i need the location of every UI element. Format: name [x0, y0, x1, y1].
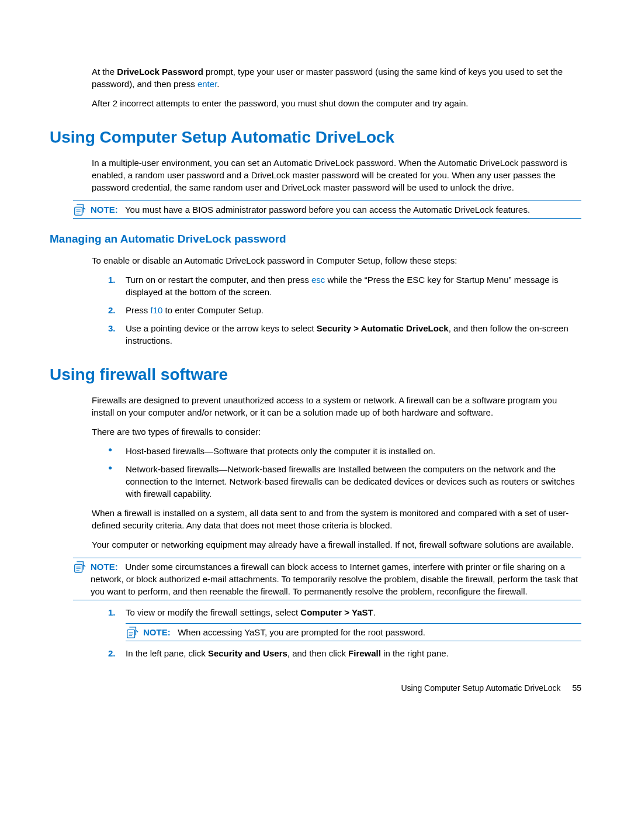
bullet-network-based: ● Network-based firewalls—Network-based … — [108, 463, 581, 500]
step-3: 3. Use a pointing device or the arrow ke… — [108, 322, 581, 347]
note-label: NOTE: — [91, 562, 118, 572]
firewall-p4: Your computer or networking equipment ma… — [92, 538, 581, 551]
bullet-icon: ● — [108, 463, 112, 473]
steps-firewall: 1. To view or modify the firewall settin… — [108, 606, 581, 659]
firewall-p3: When a firewall is installed on a system… — [92, 507, 581, 531]
note-icon — [73, 203, 86, 216]
firewall-body-2: When a firewall is installed on a system… — [92, 507, 581, 551]
note-text — [120, 205, 125, 215]
svg-rect-0 — [75, 208, 82, 216]
key-esc: esc — [311, 275, 325, 285]
intro-block: At the DriveLock Password prompt, type y… — [92, 65, 581, 109]
step-number: 3. — [108, 322, 116, 334]
note-icon — [126, 626, 138, 639]
bullet-host-based: ● Host-based firewalls—Software that pro… — [108, 445, 581, 457]
note-text: Under some circumstances a firewall can … — [91, 562, 578, 596]
intro-paragraph-1: At the DriveLock Password prompt, type y… — [92, 65, 581, 90]
steps-managing: 1. Turn on or restart the computer, and … — [108, 274, 581, 347]
step-2: 2. Press f10 to enter Computer Setup. — [108, 304, 581, 316]
heading-automatic-drivelock: Using Computer Setup Automatic DriveLock — [50, 126, 581, 148]
firewall-bullets: ● Host-based firewalls—Software that pro… — [108, 445, 581, 500]
bullet-icon: ● — [108, 445, 112, 455]
firewall-p1: Firewalls are designed to prevent unauth… — [92, 394, 581, 419]
key-f10: f10 — [151, 305, 163, 315]
auto-drivelock-paragraph: In a multiple-user environment, you can … — [92, 157, 581, 193]
step-number: 1. — [108, 274, 116, 286]
intro-paragraph-2: After 2 incorrect attempts to enter the … — [92, 97, 581, 109]
note-firewall-circumstances: NOTE: Under some circumstances a firewal… — [73, 558, 581, 600]
step-1: 1. Turn on or restart the computer, and … — [108, 274, 581, 298]
step-number: 1. — [108, 606, 116, 618]
step-number: 2. — [108, 304, 116, 316]
firewall-p2: There are two types of firewalls to cons… — [92, 426, 581, 438]
section-auto-drivelock: In a multiple-user environment, you can … — [92, 157, 581, 193]
note-bios-admin: NOTE: You must have a BIOS administrator… — [73, 201, 581, 219]
firewall-body: Firewalls are designed to prevent unauth… — [92, 394, 581, 438]
svg-rect-2 — [127, 630, 135, 638]
note-text: When accessing YaST, you are prompted fo… — [178, 627, 425, 637]
key-enter: enter — [197, 79, 217, 89]
heading-managing-password: Managing an Automatic DriveLock password — [50, 231, 581, 247]
step-firewall-2: 2. In the left pane, click Security and … — [108, 647, 581, 659]
managing-block: To enable or disable an Automatic DriveL… — [92, 254, 581, 267]
page-footer: Using Computer Setup Automatic DriveLock… — [50, 683, 581, 694]
step-number: 2. — [108, 647, 116, 659]
footer-title: Using Computer Setup Automatic DriveLock — [401, 683, 560, 693]
note-icon — [73, 561, 86, 573]
note-yast-root: NOTE: When accessing YaST, you are promp… — [126, 623, 581, 641]
note-label: NOTE: — [143, 627, 171, 637]
heading-firewall-software: Using firewall software — [50, 363, 581, 386]
step-firewall-1: 1. To view or modify the firewall settin… — [108, 606, 581, 641]
page-number: 55 — [572, 683, 581, 693]
managing-intro: To enable or disable an Automatic DriveL… — [92, 254, 581, 267]
note-label: NOTE: — [91, 205, 118, 215]
page-container: At the DriveLock Password prompt, type y… — [0, 0, 631, 730]
